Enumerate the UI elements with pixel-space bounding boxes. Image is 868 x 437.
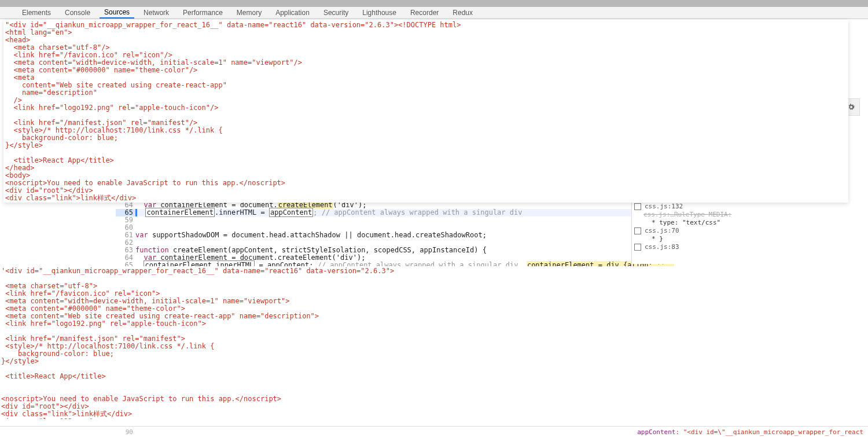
scope-detail: * type: "text/css" (634, 219, 866, 227)
scope-item-struck: css.js:…RuleType MEDIA: (634, 211, 866, 219)
bottom-status: 90 appContent: "<div id=\"__qiankun_micr… (0, 426, 868, 437)
scope-item[interactable]: css.js:132 (634, 203, 866, 211)
scope-detail: * } (634, 235, 866, 243)
tab-security[interactable]: Security (319, 8, 353, 18)
scope-sidebar: css.js:132 css.js:…RuleType MEDIA: * typ… (631, 201, 868, 264)
hover-tooltip-appcontent-2: '<div id="__qiankun_microapp_wrapper_for… (0, 266, 868, 419)
hover-tooltip-appcontent-1: "<div id="__qiankun_microapp_wrapper_for… (3, 20, 848, 203)
tab-performance[interactable]: Performance (178, 8, 227, 18)
devtools-tabbar: Elements Console Sources Network Perform… (0, 7, 868, 19)
tab-lighthouse[interactable]: Lighthouse (358, 8, 401, 18)
tab-sources[interactable]: Sources (100, 7, 134, 19)
scope-item[interactable]: css.js:83 (634, 243, 866, 251)
tab-redux[interactable]: Redux (448, 8, 477, 18)
tab-network[interactable]: Network (139, 8, 174, 18)
tab-recorder[interactable]: Recorder (406, 8, 443, 18)
window-titlebar (0, 0, 868, 7)
tab-memory[interactable]: Memory (232, 8, 266, 18)
scope-item[interactable]: css.js:70 (634, 227, 866, 235)
tab-application[interactable]: Application (271, 8, 314, 18)
tab-elements[interactable]: Elements (17, 8, 56, 18)
tab-console[interactable]: Console (60, 8, 95, 18)
line-number: 90 (116, 428, 135, 436)
scope-readout: appContent: "<div id=\"__qiankun_microap… (637, 428, 863, 436)
